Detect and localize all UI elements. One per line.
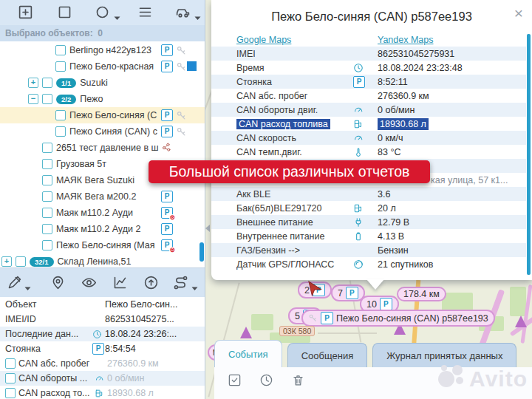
tab-events[interactable]: События: [214, 340, 282, 367]
tree-item-label: Пежо: [80, 94, 103, 104]
events-panel-toolbar: [228, 373, 305, 390]
tree-item[interactable]: +32/1Склад Ленина,51: [0, 253, 205, 268]
route-icon[interactable]: [173, 275, 188, 293]
map-marker[interactable]: 178.4 км: [397, 287, 446, 301]
chart-icon[interactable]: [112, 275, 128, 293]
property-row: IMEI/ID862531045275...: [0, 312, 205, 327]
tree-item-label: 2651 тест давление в ш: [56, 143, 159, 153]
popup-row-value: 276360.9 км: [378, 91, 429, 101]
select-all-icon[interactable]: [228, 373, 242, 390]
popup-data-row: IMEI862531045275931: [211, 47, 526, 61]
watermark: Avito: [437, 363, 528, 395]
tree-item[interactable]: Berlingo н422ув123P: [0, 42, 205, 58]
chevron-down-icon[interactable]: [194, 10, 201, 24]
property-label: Последние дан...: [5, 329, 92, 339]
popup-row-value: 21 спутников: [378, 259, 433, 270]
chevron-down-icon[interactable]: [191, 281, 198, 294]
tree-item-label: Маяк м110.2 Ауди: [56, 208, 133, 218]
tree-item[interactable]: МАЯК Вега м200.2P: [0, 188, 205, 205]
tree-item-label: Пежо Бело-синяя (С: [69, 110, 157, 120]
list-icon[interactable]: [137, 4, 153, 23]
tree-item[interactable]: Пежо Бело-синяя (СP: [0, 107, 205, 123]
tree-item-checkbox[interactable]: [55, 61, 66, 72]
circle-tool-icon[interactable]: [95, 4, 110, 23]
tree-item[interactable]: Маяк м110.2 АудиP⊗: [0, 205, 205, 221]
tree-item[interactable]: 2651 тест давление в ш: [0, 140, 205, 156]
tree-item-label: МАЯК Вега м200.2: [56, 191, 136, 202]
popup-row-value: 862531045275931: [378, 49, 454, 59]
tree-item-checkbox[interactable]: [16, 256, 26, 267]
geofence-icon[interactable]: [57, 4, 72, 23]
yandex-maps-link[interactable]: Yandex Maps: [378, 35, 434, 45]
vehicle-filter-icon[interactable]: [175, 4, 191, 23]
key-icon: [176, 126, 187, 137]
parking-status-icon: P: [161, 191, 173, 202]
tree-item[interactable]: Пежо Бело-краснаяP: [0, 58, 205, 75]
map-marker[interactable]: 2P: [298, 282, 332, 299]
property-row: Последние дан...18.08.24 23:26:...: [0, 327, 205, 341]
location-pin-icon[interactable]: [50, 275, 66, 293]
property-checkbox[interactable]: [5, 388, 16, 398]
popup-row-label: Датчик GPS/ГЛОНАСС: [236, 259, 353, 270]
tree-item-checkbox[interactable]: [42, 94, 52, 104]
fuel-icon: [95, 389, 104, 398]
tree-item-checkbox[interactable]: [55, 126, 66, 137]
property-row: CAN расход то...18930.68 л: [0, 386, 205, 399]
google-maps-link[interactable]: Google Maps: [236, 35, 291, 45]
tree-item-checkbox[interactable]: [42, 143, 52, 153]
property-checkbox[interactable]: [5, 358, 16, 369]
tree-item-checkbox[interactable]: [42, 78, 52, 88]
tree-item[interactable]: Маяк м110.2 Ауди 2P: [0, 221, 205, 237]
popup-data-row: СтоянкаP8:52:11: [211, 75, 526, 89]
track-color-swatch[interactable]: [187, 61, 197, 71]
tree-item[interactable]: Пежо Синяя (CAN) сP: [0, 123, 205, 140]
tree-item-checkbox[interactable]: [55, 110, 66, 120]
popup-data-row: CAN расход топлива18930.68 л: [211, 117, 526, 131]
tree-item[interactable]: +1/1Suzuki: [0, 75, 205, 91]
popup-data-row: Внутреннее питание4.13 В: [211, 229, 526, 243]
tree-item[interactable]: −2/2Пежо: [0, 91, 205, 107]
chevron-down-icon[interactable]: [114, 10, 120, 24]
popup-row-label: IMEI: [236, 49, 353, 59]
popup-row-label: CAN обороты двиг.: [236, 105, 353, 115]
tree-item-checkbox[interactable]: [55, 45, 66, 55]
fuel-icon: [353, 203, 364, 214]
property-checkbox[interactable]: [5, 373, 16, 383]
selected-objects-bar: Выбрано объектов: 0: [0, 25, 205, 41]
collapse-icon[interactable]: −: [28, 94, 38, 104]
eye-icon[interactable]: [81, 275, 97, 293]
tree-item-label: Пежо Бело-синяя (Мая: [56, 240, 154, 250]
chevron-down-icon[interactable]: [24, 281, 31, 294]
tree-item-checkbox[interactable]: [42, 191, 52, 202]
popup-scrollbar[interactable]: [527, 34, 531, 275]
parking-status-icon: P: [92, 343, 104, 355]
popup-rows: Google Maps Yandex Maps IMEI862531045275…: [211, 33, 526, 271]
thermo-icon: [353, 147, 364, 157]
tree-item-checkbox[interactable]: [42, 240, 52, 250]
expand-icon[interactable]: +: [28, 78, 38, 88]
tree-scrollbar[interactable]: [200, 242, 204, 262]
popup-data-row: Внешнее питание12.79 В: [211, 215, 526, 229]
edit-icon[interactable]: [7, 275, 22, 293]
map-marker[interactable]: 7P: [331, 284, 365, 301]
tree-item-checkbox[interactable]: [42, 208, 52, 218]
tree-item[interactable]: Пежо Бело-синяя (МаяP⊗: [0, 237, 205, 253]
property-label: IMEI/ID: [5, 314, 92, 324]
send-icon[interactable]: [143, 275, 159, 293]
popup-data-row: CAN обороты двиг.0 об/мин: [211, 103, 526, 117]
expand-icon[interactable]: +: [1, 256, 12, 267]
property-value: 862531045275...: [105, 314, 174, 324]
popup-row-value: 0 км/ч: [378, 133, 403, 143]
map-marker[interactable]: PПежо Бело-синяя (CAN) p587ee193: [301, 310, 495, 327]
tree-item-checkbox[interactable]: [42, 159, 52, 169]
close-icon[interactable]: ×: [514, 4, 523, 22]
add-object-icon[interactable]: [18, 4, 33, 23]
tree-item-checkbox[interactable]: [42, 175, 52, 185]
tree-item-checkbox[interactable]: [42, 224, 52, 234]
key-icon: [176, 61, 187, 72]
tab-messages[interactable]: Сообщения: [287, 343, 368, 367]
trash-icon[interactable]: [291, 373, 305, 390]
history-icon[interactable]: [259, 373, 273, 390]
tree-item-label: Berlingo н422ув123: [69, 45, 151, 55]
panel-collapse-icon[interactable]: [205, 225, 210, 232]
